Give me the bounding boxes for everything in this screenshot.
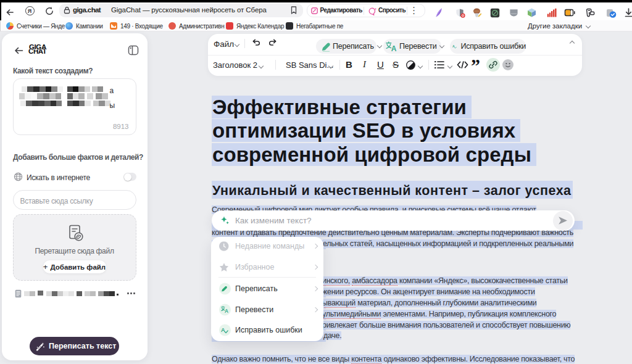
svg-text:A: A bbox=[391, 44, 397, 52]
svg-text:A: A bbox=[224, 308, 228, 313]
